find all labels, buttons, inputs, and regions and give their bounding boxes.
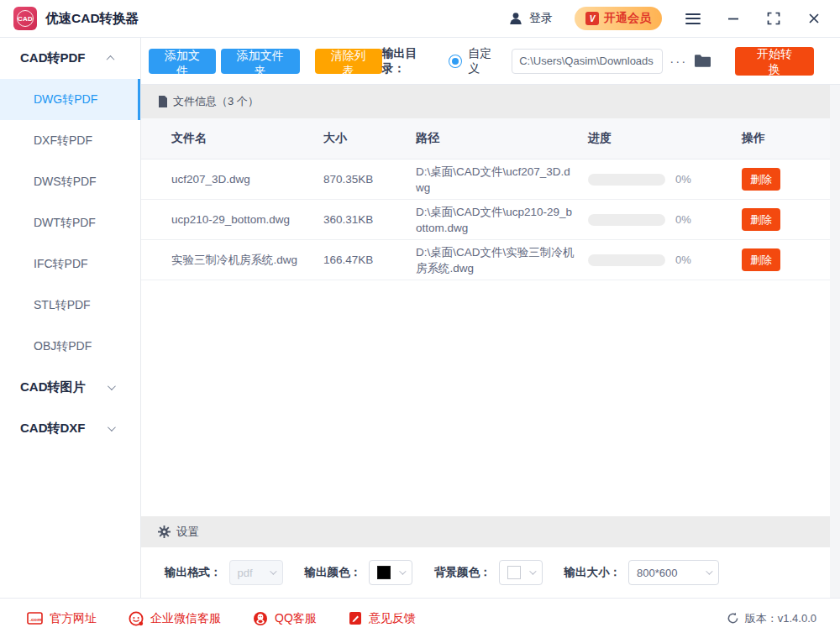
chevron-up-icon (107, 55, 115, 64)
add-file-button[interactable]: 添加文件 (149, 49, 216, 74)
sidebar-item-label: STL转PDF (34, 298, 91, 313)
open-folder-button[interactable] (694, 54, 711, 68)
output-size-value: 800*600 (637, 567, 677, 579)
custom-radio-label: 自定义 (468, 46, 503, 76)
chevron-down-icon (270, 567, 276, 574)
sidebar-item-dws-to-pdf[interactable]: DWS转PDF (0, 161, 140, 202)
qq-service-link[interactable]: QQ客服 (253, 611, 317, 626)
maximize-icon (767, 12, 780, 25)
sidebar-item-dwg-to-pdf[interactable]: DWG转PDF (0, 79, 140, 120)
sidebar-item-dxf-to-pdf[interactable]: DXF转PDF (0, 120, 140, 161)
settings-row: 输出格式： pdf 输出颜色： 背景颜色： (141, 547, 830, 598)
clear-list-button[interactable]: 清除列表 (315, 49, 382, 74)
output-size-select[interactable]: 800*600 (628, 560, 719, 585)
output-color-select[interactable] (369, 560, 412, 585)
close-button[interactable] (805, 9, 823, 28)
file-size: 166.47KB (323, 254, 416, 266)
main-area: 添加文件 添加文件夹 清除列表 输出目录： 自定义 ··· 开始转换 文件信息（… (141, 38, 840, 598)
file-info-header: 文件信息（3 个） (141, 85, 830, 118)
progress-label: 0% (675, 254, 691, 266)
login-button[interactable]: 登录 (508, 11, 553, 26)
link-label: 官方网址 (50, 611, 97, 626)
official-website-link[interactable]: .com 官方网址 (27, 611, 97, 626)
file-path: D:\桌面\CAD文件\ucf207_3D.dwg (416, 164, 588, 196)
vip-button[interactable]: V 开通会员 (575, 7, 662, 30)
vip-label: 开通会员 (604, 11, 651, 26)
title-bar: CAD 优速CAD转换器 登录 V 开通会员 (0, 0, 840, 38)
svg-text:.com: .com (29, 616, 42, 622)
sidebar: CAD转PDF DWG转PDF DXF转PDF DWS转PDF DWT转PDF … (0, 38, 141, 598)
user-icon (508, 11, 523, 26)
output-format-value: pdf (238, 567, 253, 579)
delete-button[interactable]: 删除 (742, 248, 780, 271)
feedback-icon (349, 611, 362, 625)
refresh-icon (727, 612, 739, 625)
settings-header: 设置 (141, 516, 830, 547)
sidebar-section-cad-to-dxf[interactable]: CAD转DXF (0, 408, 140, 449)
content-area: 文件信息（3 个） 文件名 大小 路径 进度 操作 ucf207_3D.dwg … (141, 85, 840, 598)
file-name: ucf207_3D.dwg (171, 172, 323, 187)
file-path: D:\桌面\CAD文件\实验三制冷机房系统.dwg (416, 244, 588, 276)
file-size: 870.35KB (323, 173, 416, 186)
progress-bar (588, 174, 665, 186)
wechat-service-link[interactable]: 企业微信客服 (129, 611, 221, 626)
empty-list-area (141, 280, 830, 516)
app-window: CAD 优速CAD转换器 登录 V 开通会员 (0, 0, 840, 638)
wechat-service-icon (129, 611, 144, 626)
delete-button[interactable]: 删除 (742, 208, 780, 231)
output-size-label: 输出大小： (564, 565, 622, 580)
file-name: ucp210-29_bottom.dwg (171, 212, 323, 227)
section-label: CAD转PDF (20, 50, 86, 66)
chevron-down-icon (529, 567, 536, 574)
output-path-input[interactable] (512, 49, 663, 74)
file-path: D:\桌面\CAD文件\ucp210-29_bottom.dwg (416, 204, 588, 236)
sidebar-item-stl-to-pdf[interactable]: STL转PDF (0, 285, 140, 326)
bg-color-select[interactable] (499, 560, 543, 585)
bg-color-label: 背景颜色： (434, 565, 491, 580)
settings-title: 设置 (176, 525, 199, 540)
version-label: 版本：v1.4.0.0 (745, 611, 816, 626)
progress-bar (588, 254, 665, 266)
chevron-down-icon (399, 567, 406, 574)
sidebar-item-ifc-to-pdf[interactable]: IFC转PDF (0, 243, 140, 285)
start-convert-button[interactable]: 开始转换 (735, 47, 814, 76)
column-header-progress: 进度 (588, 131, 742, 146)
app-logo-text: CAD (17, 10, 34, 27)
file-info-title: 文件信息（3 个） (173, 94, 259, 109)
browse-more-button[interactable]: ··· (669, 54, 687, 68)
com-website-icon: .com (27, 612, 43, 625)
sidebar-section-cad-to-image[interactable]: CAD转图片 (0, 367, 140, 408)
table-row: 实验三制冷机房系统.dwg 166.47KB D:\桌面\CAD文件\实验三制冷… (141, 240, 830, 280)
qq-service-icon (253, 611, 268, 626)
maximize-button[interactable] (764, 9, 783, 28)
column-header-path: 路径 (416, 131, 588, 146)
progress-cell: 0% (588, 254, 742, 266)
sidebar-section-cad-to-pdf[interactable]: CAD转PDF (0, 38, 140, 79)
file-name: 实验三制冷机房系统.dwg (171, 253, 323, 268)
gear-icon (158, 526, 171, 538)
menu-button[interactable] (684, 9, 702, 28)
output-format-select[interactable]: pdf (229, 560, 283, 585)
app-logo-icon: CAD (13, 7, 37, 30)
titlebar-controls: 登录 V 开通会员 (508, 7, 823, 30)
minimize-button[interactable] (724, 9, 743, 28)
sidebar-item-dwt-to-pdf[interactable]: DWT转PDF (0, 202, 140, 243)
link-label: QQ客服 (275, 611, 317, 626)
sidebar-item-obj-to-pdf[interactable]: OBJ转PDF (0, 326, 140, 367)
sidebar-item-label: DWT转PDF (34, 216, 96, 231)
column-header-action: 操作 (742, 131, 820, 146)
table-row: ucf207_3D.dwg 870.35KB D:\桌面\CAD文件\ucf20… (141, 160, 830, 200)
chevron-down-icon (108, 423, 116, 431)
delete-button[interactable]: 删除 (742, 168, 780, 191)
toolbar: 添加文件 添加文件夹 清除列表 输出目录： 自定义 ··· 开始转换 (141, 38, 840, 85)
footer: .com 官方网址 企业微信客服 QQ客服 (0, 598, 840, 638)
add-folder-button[interactable]: 添加文件夹 (221, 49, 300, 74)
minimize-icon (727, 12, 740, 25)
folder-icon (694, 54, 711, 68)
feedback-link[interactable]: 意见反馈 (349, 611, 416, 626)
sidebar-item-label: OBJ转PDF (34, 339, 92, 354)
custom-radio[interactable] (449, 55, 462, 68)
section-label: CAD转DXF (20, 421, 86, 437)
section-label: CAD转图片 (20, 379, 86, 395)
file-panel: 文件信息（3 个） 文件名 大小 路径 进度 操作 ucf207_3D.dwg … (141, 85, 830, 598)
